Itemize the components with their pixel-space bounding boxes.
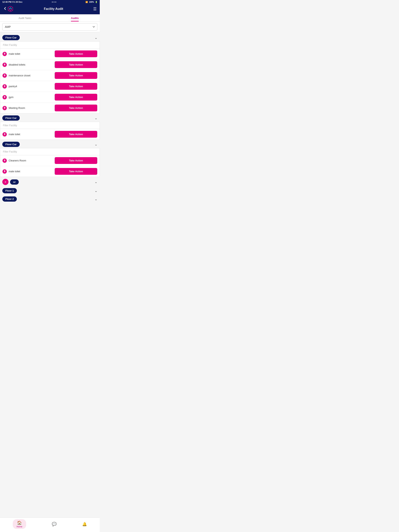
- facility-name: male toilet: [9, 133, 20, 136]
- facility-row: Cleaners Room Take Action: [0, 155, 100, 166]
- floor-header-1: Floor Car ⌄: [0, 34, 100, 41]
- floor-badge-or: or: [10, 179, 19, 185]
- take-action-button[interactable]: Take Action: [55, 72, 97, 79]
- facility-row: male toilet Take Action: [0, 166, 100, 177]
- app-logo: [7, 6, 14, 12]
- take-action-button[interactable]: Take Action: [55, 61, 97, 68]
- facility-row: gym Take Action: [0, 92, 100, 103]
- take-action-button[interactable]: Take Action: [55, 157, 97, 164]
- menu-button[interactable]: ☰: [93, 6, 97, 11]
- filter-input-3[interactable]: [0, 148, 100, 155]
- floor-badge-1: Floor Car: [2, 35, 20, 40]
- facility-list-2: male toilet Take Action: [0, 122, 100, 140]
- facility-name: pantry4: [9, 85, 17, 88]
- chevron-down-icon-1[interactable]: ⌄: [95, 36, 97, 40]
- dropdown-container: AMP: [0, 22, 100, 32]
- time: 12:40 PM: [2, 1, 12, 3]
- svg-marker-0: [8, 6, 13, 12]
- battery-icon: 🔋: [95, 1, 97, 3]
- floor-header-3: Floor Car ⌄: [0, 140, 100, 148]
- facility-name: male toilet: [9, 52, 20, 55]
- wifi-icon: 📶: [85, 1, 88, 3]
- facility-name: maintenance closet: [9, 74, 30, 77]
- facility-name: Cleaners Room: [9, 159, 26, 162]
- chevron-down-icon-3[interactable]: ⌄: [95, 142, 97, 146]
- amp-dropdown[interactable]: AMP: [2, 23, 97, 31]
- floor-header-floor1: Floor 1 ⌄: [0, 187, 100, 195]
- page-title: Facility Audit: [14, 7, 93, 11]
- floor-badge-2: Floor Car: [2, 115, 20, 121]
- date: Fri 20 Dec: [12, 1, 23, 3]
- tab-bar: Audit Tasks Audits: [0, 14, 100, 22]
- take-action-button[interactable]: Take Action: [55, 51, 97, 57]
- location-icon: [2, 63, 7, 67]
- location-icon: [2, 84, 7, 89]
- location-icon: [2, 158, 7, 163]
- tab-audit-tasks[interactable]: Audit Tasks: [0, 14, 50, 21]
- location-icon: [2, 73, 7, 78]
- tab-audits[interactable]: Audits: [50, 14, 100, 21]
- floating-logo-icon: [2, 179, 8, 185]
- location-icon: [2, 95, 7, 99]
- take-action-button[interactable]: Take Action: [55, 105, 97, 111]
- facility-row: Meeting Room Take Action: [0, 103, 100, 113]
- chevron-down-icon-2[interactable]: ⌄: [95, 116, 97, 120]
- floor-section-3: Floor Car ⌄ Cleaners Room Take Action: [0, 140, 100, 177]
- facility-name: disabled toilets: [9, 63, 25, 66]
- status-bar: 12:40 PM Fri 20 Dec 📶 100% 🔋: [0, 0, 100, 4]
- floor-section-or: or ⌄: [0, 178, 100, 186]
- floor-section-1: Floor Car ⌄ male toilet Take Action: [0, 34, 100, 114]
- chevron-down-icon-floor2[interactable]: ⌄: [95, 197, 97, 201]
- facility-name: gym: [9, 96, 13, 99]
- facility-row: disabled toilets Take Action: [0, 59, 100, 70]
- floor-badge-floor1: Floor 1: [2, 188, 17, 193]
- floor-header-or: or ⌄: [0, 178, 100, 186]
- floor-badge-floor2: Floor 2: [2, 196, 17, 202]
- filter-input-1[interactable]: [0, 42, 100, 49]
- location-icon: [2, 52, 7, 56]
- battery-level: 100%: [89, 1, 94, 3]
- take-action-button[interactable]: Take Action: [55, 168, 97, 175]
- floor-section-floor1: Floor 1 ⌄: [0, 187, 100, 195]
- floor-section-floor2: Floor 2 ⌄: [0, 195, 100, 203]
- floor-section-2: Floor Car ⌄ male toilet Take Action: [0, 114, 100, 140]
- location-icon: [2, 106, 7, 110]
- back-button[interactable]: [3, 6, 7, 11]
- facility-name: male toilet: [9, 170, 20, 173]
- location-icon: [2, 169, 7, 174]
- facility-row: male toilet Take Action: [0, 129, 100, 139]
- facility-row: maintenance closet Take Action: [0, 70, 100, 81]
- facility-row: male toilet Take Action: [0, 49, 100, 59]
- facility-list-1: male toilet Take Action disabled toilets…: [0, 41, 100, 114]
- facility-row: pantry4 Take Action: [0, 81, 100, 92]
- take-action-button[interactable]: Take Action: [55, 94, 97, 101]
- filter-input-2[interactable]: [0, 122, 100, 129]
- status-dots: [52, 1, 56, 2]
- location-icon: [2, 132, 7, 136]
- chevron-down-icon-or[interactable]: ⌄: [95, 180, 97, 184]
- main-content: Floor Car ⌄ male toilet Take Action: [0, 32, 100, 219]
- floor-header-2: Floor Car ⌄: [0, 114, 100, 122]
- facility-list-3: Cleaners Room Take Action male toilet Ta…: [0, 148, 100, 177]
- status-bar-left: 12:40 PM Fri 20 Dec: [2, 1, 22, 3]
- chevron-down-icon-floor1[interactable]: ⌄: [95, 189, 97, 193]
- facility-name: Meeting Room: [9, 107, 25, 109]
- take-action-button[interactable]: Take Action: [55, 131, 97, 138]
- take-action-button[interactable]: Take Action: [55, 83, 97, 90]
- floor-badge-3: Floor Car: [2, 142, 20, 147]
- app-header: Facility Audit ☰: [0, 4, 100, 14]
- status-bar-right: 📶 100% 🔋: [85, 1, 97, 3]
- floor-header-floor2: Floor 2 ⌄: [0, 195, 100, 203]
